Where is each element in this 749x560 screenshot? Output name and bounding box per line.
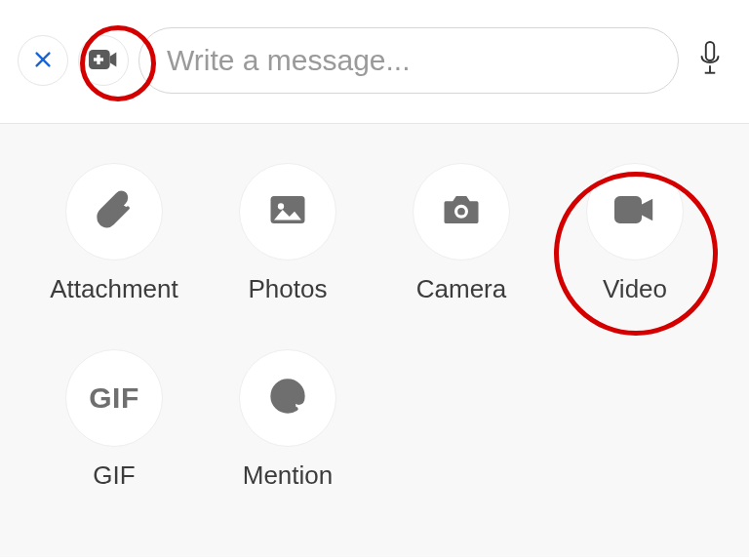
- at-icon: [267, 376, 308, 420]
- paperclip-icon: [94, 189, 135, 234]
- attachment-option-attachment[interactable]: Attachment: [27, 163, 201, 304]
- attachment-panel: Attachment Photos: [0, 124, 749, 557]
- close-button[interactable]: [18, 35, 68, 86]
- microphone-icon: [697, 41, 723, 81]
- gif-icon: GIF: [89, 381, 139, 415]
- svg-point-9: [278, 203, 284, 209]
- voice-button[interactable]: [689, 39, 731, 82]
- attachment-icon-circle: [239, 349, 336, 447]
- attachment-label: Photos: [249, 274, 328, 304]
- svg-rect-4: [94, 58, 103, 60]
- video-quick-button[interactable]: [78, 35, 129, 86]
- attachment-option-mention[interactable]: Mention: [201, 349, 374, 491]
- attachment-icon-circle: GIF: [65, 349, 163, 447]
- attachment-grid: Attachment Photos: [27, 163, 722, 491]
- attachment-option-photos[interactable]: Photos: [201, 163, 374, 304]
- attachment-option-camera[interactable]: Camera: [374, 163, 548, 304]
- attachment-label: GIF: [93, 460, 135, 491]
- svg-point-11: [457, 208, 465, 216]
- attachment-icon-circle: [65, 163, 163, 260]
- attachment-icon-circle: [586, 163, 684, 260]
- attachment-icon-circle: [239, 163, 336, 260]
- attachment-option-video[interactable]: Video: [548, 163, 722, 304]
- camera-icon: [441, 189, 482, 234]
- svg-rect-5: [706, 42, 714, 60]
- video-plus-icon: [89, 49, 118, 73]
- attachment-label: Camera: [416, 274, 506, 304]
- message-input[interactable]: [138, 27, 679, 94]
- compose-bar: [0, 0, 749, 124]
- attachment-option-gif[interactable]: GIF GIF: [27, 349, 201, 491]
- svg-rect-12: [614, 196, 642, 223]
- attachment-label: Attachment: [50, 274, 178, 304]
- attachment-label: Video: [603, 274, 667, 304]
- attachment-label: Mention: [243, 460, 334, 491]
- close-icon: [32, 49, 54, 73]
- video-icon: [614, 189, 655, 234]
- attachment-icon-circle: [413, 163, 510, 260]
- photos-icon: [267, 189, 308, 234]
